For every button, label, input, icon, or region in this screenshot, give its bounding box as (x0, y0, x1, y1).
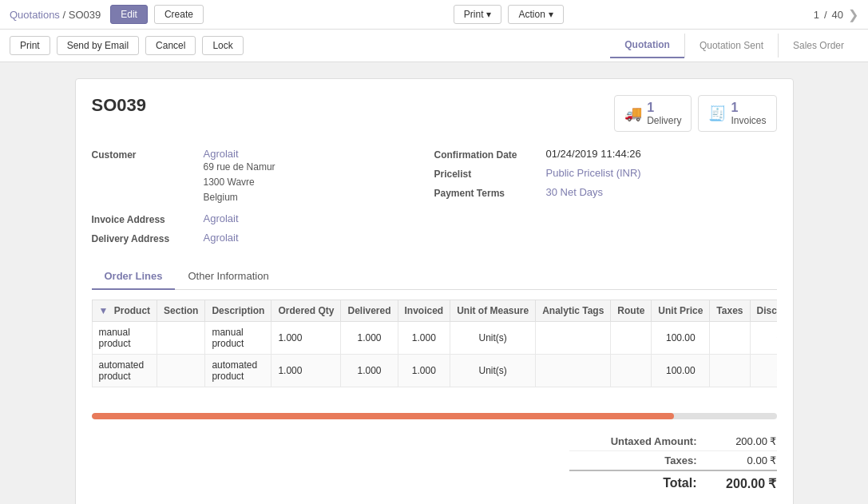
taxes-label: Taxes: (569, 454, 697, 466)
delivery-icon: 🚚 (624, 105, 642, 122)
cell-route[interactable] (611, 321, 652, 354)
table-row[interactable]: automated productautomated product1.0001… (92, 354, 777, 387)
cell-discount[interactable]: 0.00 (750, 321, 777, 354)
status-quotation-sent[interactable]: Quotation Sent (684, 34, 778, 58)
delivery-address-label: Delivery Address (92, 232, 204, 244)
add-line-area (92, 387, 777, 400)
addr-line3: Belgium (204, 192, 238, 203)
invoice-address-label: Invoice Address (92, 212, 204, 225)
cell-delivered[interactable]: 1.000 (341, 321, 398, 354)
cell-ordered-qty[interactable]: 1.000 (271, 321, 341, 354)
col-ordered-qty[interactable]: Ordered Qty (271, 300, 341, 321)
cell-unit-of-measure[interactable]: Unit(s) (450, 354, 536, 387)
invoices-count: 1 (731, 101, 766, 115)
table-row[interactable]: manual productmanual product1.0001.0001.… (92, 321, 777, 354)
cell-analytic-tags[interactable] (536, 321, 611, 354)
progress-bar-background (92, 413, 777, 419)
col-section[interactable]: Section (157, 300, 205, 321)
invoice-address-value[interactable]: Agrolait (204, 212, 239, 224)
progress-bar-fill (92, 413, 674, 419)
invoices-smart-button[interactable]: 🧾 1 Invoices (698, 95, 776, 132)
edit-button[interactable]: Edit (110, 5, 148, 24)
print-dropdown-icon: ▾ (486, 9, 491, 20)
card-header: SO039 🚚 1 Delivery 🧾 1 Invoices (92, 95, 777, 132)
cell-section[interactable] (157, 321, 205, 354)
col-analytic-tags[interactable]: Analytic Tags (536, 300, 611, 321)
pricelist-value[interactable]: Public Pricelist (INR) (546, 167, 641, 179)
confirmation-date-label: Confirmation Date (434, 148, 546, 161)
progress-section (92, 413, 777, 419)
col-description[interactable]: Description (205, 300, 271, 321)
addr-line2: 1300 Wavre (204, 177, 255, 188)
cell-unit-price[interactable]: 100.00 (652, 354, 710, 387)
print-label: Print (464, 9, 484, 20)
untaxed-label: Untaxed Amount: (569, 435, 697, 447)
customer-name[interactable]: Agrolait (204, 148, 275, 160)
col-taxes[interactable]: Taxes (710, 300, 750, 321)
create-button[interactable]: Create (154, 5, 204, 24)
invoice-address-row: Invoice Address Agrolait (92, 212, 418, 225)
send-email-button[interactable]: Send by Email (57, 36, 139, 55)
invoices-label: Invoices (731, 115, 766, 126)
delivery-label: Delivery (647, 115, 681, 126)
cell-section[interactable] (157, 354, 205, 387)
breadcrumb-current: SO039 (69, 9, 101, 21)
breadcrumb-parent[interactable]: Quotations (10, 9, 60, 21)
cell-route[interactable] (611, 354, 652, 387)
col-unit-of-measure[interactable]: Unit of Measure (450, 300, 536, 321)
payment-terms-value[interactable]: 30 Net Days (546, 186, 604, 198)
next-page-arrow[interactable]: ❯ (848, 7, 858, 22)
total-row: Total: 200.00 ₹ (569, 470, 777, 494)
status-sales-order[interactable]: Sales Order (778, 34, 858, 58)
order-lines-section: ▼ Product Section Description Ordered Qt… (92, 300, 777, 387)
col-unit-price[interactable]: Unit Price (652, 300, 710, 321)
form-left: Customer Agrolait 69 rue de Namur 1300 W… (92, 148, 434, 251)
pagination: 1 / 40 ❯ (814, 7, 858, 22)
totals-table: Untaxed Amount: 200.00 ₹ Taxes: 0.00 ₹ T… (569, 432, 777, 494)
customer-label: Customer (92, 148, 204, 161)
table-header-row: ▼ Product Section Description Ordered Qt… (92, 300, 777, 321)
action-label: Action (518, 9, 545, 20)
cell-delivered[interactable]: 1.000 (341, 354, 398, 387)
document-title: SO039 (92, 95, 147, 116)
delivery-address-value[interactable]: Agrolait (204, 232, 239, 244)
page-total: 40 (832, 9, 843, 21)
cell-unit-price[interactable]: 100.00 (652, 321, 710, 354)
tabs: Order Lines Other Information (92, 264, 777, 290)
breadcrumb: Quotations / SO039 (10, 9, 101, 21)
confirmation-date-value: 01/24/2019 11:44:26 (546, 148, 641, 160)
page-separator: / (824, 9, 827, 21)
cell-invoiced[interactable]: 1.000 (398, 321, 450, 354)
action-button[interactable]: Action ▾ (508, 5, 563, 24)
col-route[interactable]: Route (611, 300, 652, 321)
delivery-smart-button[interactable]: 🚚 1 Delivery (614, 95, 692, 132)
cancel-button[interactable]: Cancel (145, 36, 196, 55)
col-product[interactable]: ▼ Product (92, 300, 157, 321)
tab-other-information[interactable]: Other Information (175, 264, 281, 290)
cell-taxes[interactable] (710, 321, 750, 354)
cell-analytic-tags[interactable] (536, 354, 611, 387)
status-quotation[interactable]: Quotation (610, 33, 684, 58)
document-card: SO039 🚚 1 Delivery 🧾 1 Invoices (75, 78, 794, 504)
col-discount[interactable]: Discount (%) (750, 300, 777, 321)
cell-unit-of-measure[interactable]: Unit(s) (450, 321, 536, 354)
sort-icon: ▼ (99, 305, 109, 316)
cell-discount[interactable]: 0.00 (750, 354, 777, 387)
cell-description[interactable]: automated product (205, 354, 271, 387)
cell-ordered-qty[interactable]: 1.000 (271, 354, 341, 387)
cell-description[interactable]: manual product (205, 321, 271, 354)
tab-order-lines[interactable]: Order Lines (92, 264, 176, 290)
pricelist-row: Pricelist Public Pricelist (INR) (434, 167, 761, 180)
cell-product[interactable]: automated product (92, 354, 157, 387)
col-delivered[interactable]: Delivered (341, 300, 398, 321)
cell-invoiced[interactable]: 1.000 (398, 354, 450, 387)
cell-taxes[interactable] (710, 354, 750, 387)
payment-terms-row: Payment Terms 30 Net Days (434, 186, 761, 199)
form-grid: Customer Agrolait 69 rue de Namur 1300 W… (92, 148, 777, 251)
print-button[interactable]: Print ▾ (454, 5, 502, 24)
lock-button[interactable]: Lock (202, 36, 243, 55)
taxes-value: 0.00 ₹ (713, 454, 777, 466)
col-invoiced[interactable]: Invoiced (398, 300, 450, 321)
cell-product[interactable]: manual product (92, 321, 157, 354)
print-action-button[interactable]: Print (10, 36, 50, 55)
